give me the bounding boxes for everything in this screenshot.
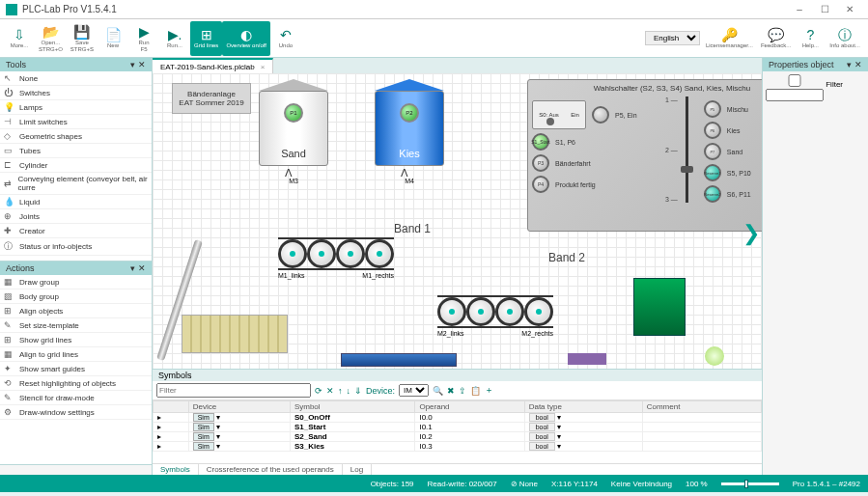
language-select[interactable]: English <box>645 31 700 45</box>
container-1[interactable] <box>182 315 288 353</box>
tool-geometric-shapes[interactable]: ◇Geometric shapes <box>0 129 152 144</box>
info-sign[interactable]: Bänderanlage EAT Sommer 2019 <box>172 83 251 114</box>
actions-panel-header[interactable]: Actions▾ ✕ <box>0 262 152 275</box>
action-show-grid-lines[interactable]: ⊞Show grid lines <box>0 333 152 347</box>
container-2[interactable] <box>341 353 457 367</box>
filter-input[interactable] <box>766 89 824 101</box>
find-icon[interactable]: 🔍 <box>433 386 443 396</box>
clear-icon[interactable]: ✖ <box>447 386 455 396</box>
silo-sand-button[interactable]: P1 <box>284 103 303 123</box>
symbols-tab-crossreference-of-th[interactable]: Crossreference of the used operands <box>199 464 343 475</box>
minimize-button[interactable]: – <box>787 1 812 18</box>
device-select[interactable]: IM <box>399 384 429 397</box>
add-icon[interactable]: ＋ <box>485 384 493 397</box>
properties-header[interactable]: Properties object▾ ✕ <box>763 58 868 71</box>
btn-p5-ein[interactable] <box>592 106 609 124</box>
toolbar-licensemanager-[interactable]: 🔑Licensemanager... <box>702 21 757 56</box>
refresh-icon[interactable]: ⟳ <box>315 386 322 396</box>
action-reset-highlighting-of-ob[interactable]: ⟲Reset highlighting of objects <box>0 376 152 391</box>
tool-status-or-info-objects[interactable]: ⓘStatus or info-objects <box>0 238 152 256</box>
filter-checkbox[interactable] <box>766 74 824 87</box>
silo-sand[interactable]: P1 Sand ᐱ M3 <box>259 79 328 184</box>
toolbar-feedback-[interactable]: 💬Feedback... <box>757 21 795 56</box>
toolbar-open-[interactable]: 📂Open...STRG+O <box>35 21 67 56</box>
tool-lamps[interactable]: 💡Lamps <box>0 100 152 115</box>
tool-tubes[interactable]: ▭Tubes <box>0 144 152 158</box>
down-icon[interactable]: ↓ <box>347 386 351 396</box>
action-show-smart-guides[interactable]: ✦Show smart guides <box>0 362 152 376</box>
symbols-tab-log[interactable]: Log <box>343 464 372 475</box>
panel-btn-P6[interactable]: P6 <box>704 122 721 139</box>
container-3[interactable] <box>568 353 606 365</box>
toolbar-run-[interactable]: ▶.Run... <box>159 21 190 56</box>
tool-limit-switches[interactable]: ⊣Limit switches <box>0 115 152 129</box>
symbol-row[interactable]: ▸Sim ▾S3_KiesI0.3bool ▾ <box>154 442 762 452</box>
panel-btn-Reserve1[interactable]: Reserve1 <box>704 164 721 181</box>
up-icon[interactable]: ↑ <box>338 386 343 396</box>
action-align-to-grid-lines[interactable]: ▦Align to grid lines <box>0 347 152 362</box>
symbol-row[interactable]: ▸Sim ▾S0_OnOffI0.0bool ▾ <box>154 413 762 423</box>
col-device[interactable]: Device <box>188 401 290 413</box>
col-data-type[interactable]: Data type <box>524 401 642 413</box>
toolbar-run[interactable]: ▶RunF5 <box>128 21 159 56</box>
tab-active[interactable]: EAT-2019-Sand-Kies.plclab × <box>153 58 273 73</box>
silo-kies[interactable]: P2 Kies ᐱ M4 <box>375 79 444 184</box>
close-button[interactable]: ✕ <box>837 1 862 18</box>
maximize-button[interactable]: ☐ <box>812 1 837 18</box>
tool-switches[interactable]: ⏻Switches <box>0 86 152 100</box>
export-icon[interactable]: ⇪ <box>459 386 466 396</box>
tool-none[interactable]: ↖None <box>0 71 152 86</box>
col-symbol[interactable]: Symbol <box>290 401 415 413</box>
action-body-group[interactable]: ▨Body group <box>0 289 152 304</box>
switch-s0[interactable]: S0: AusEin <box>532 100 586 129</box>
conveyor-1[interactable]: M1_linksM1_rechts <box>278 237 394 279</box>
col-operand[interactable]: Operand <box>415 401 524 413</box>
nav-right-arrow[interactable]: ❯ <box>742 221 760 246</box>
tool-liquid[interactable]: 💧Liquid <box>0 195 152 209</box>
action-draw-window-settings[interactable]: ⚙Draw-window settings <box>0 405 152 420</box>
canvas-area[interactable]: Bänderanlage EAT Sommer 2019 P1 Sand ᐱ M… <box>153 73 762 369</box>
silo-kies-button[interactable]: P2 <box>400 103 419 123</box>
toolbar-grid-lines[interactable]: ⊞Grid lines <box>190 21 222 56</box>
tool-joints[interactable]: ⊕Joints <box>0 209 152 224</box>
toolbar-new[interactable]: 📄New <box>98 21 128 56</box>
action-align-objects[interactable]: ⊞Align objects <box>0 304 152 318</box>
panel-btn-Reserve2[interactable]: Reserve2 <box>704 185 721 203</box>
panel-btn-S1_Start[interactable]: S1_Start <box>532 133 549 151</box>
panel-btn-P5[interactable]: P5 <box>704 100 721 118</box>
toolbar-undo[interactable]: ↶Undo <box>270 21 301 56</box>
panel-btn-P4[interactable]: P4 <box>532 176 549 193</box>
zoom-slider[interactable] <box>721 482 779 485</box>
toolbar-save[interactable]: 💾SaveSTRG+S <box>67 21 98 56</box>
tab-close-icon[interactable]: × <box>261 63 266 71</box>
toolbar-overview-on-off[interactable]: ◐Overview on/off <box>222 21 270 56</box>
col-[interactable] <box>154 401 189 413</box>
tools-panel-header[interactable]: Tools▾ ✕ <box>0 58 152 71</box>
symbols-filter-input[interactable] <box>156 383 311 398</box>
toolbar-more-[interactable]: ⇩More... <box>4 21 35 56</box>
tool-conveying-element-convey[interactable]: ⇄Conveying element (conveyor belt, air c… <box>0 173 152 195</box>
tool-cylinder[interactable]: ⊏Cylinder <box>0 158 152 173</box>
control-panel[interactable]: Wahlschalter (S2, S3, S4) Sand, Kies, Mi… <box>527 79 762 232</box>
panel-btn-P3[interactable]: P3 <box>532 154 549 172</box>
symbols-table[interactable]: DeviceSymbolOperandData typeComment▸Sim … <box>153 400 762 463</box>
import-icon[interactable]: ⇓ <box>354 386 362 396</box>
action-draw-group[interactable]: ▦Draw group <box>0 275 152 289</box>
symbols-header[interactable]: Symbols <box>153 370 762 381</box>
panel-btn-P7[interactable]: P7 <box>704 143 721 160</box>
symbol-row[interactable]: ▸Sim ▾S2_SandI0.2bool ▾ <box>154 432 762 442</box>
action-set-size-template[interactable]: ✎Set size-template <box>0 318 152 333</box>
container-4[interactable] <box>633 278 686 336</box>
symbol-row[interactable]: ▸Sim ▾S1_StartI0.1bool ▾ <box>154 423 762 432</box>
symbols-tab-symbols[interactable]: Symbols <box>153 464 199 475</box>
tool-creator[interactable]: ✚Creator <box>0 224 152 238</box>
conveyor-2[interactable]: M2_linksM2_rechts <box>437 295 553 337</box>
tool-input-objects[interactable]: ⇥Input-objects <box>0 256 152 261</box>
copy-icon[interactable]: 📋 <box>470 386 481 396</box>
toolbar-help-[interactable]: ?Help... <box>795 21 826 56</box>
selector-slider[interactable] <box>686 96 688 203</box>
round-object[interactable] <box>705 346 724 366</box>
toolbar-info-about-[interactable]: ⓘInfo about... <box>826 21 864 56</box>
action-stencil-for-draw-mode[interactable]: ✎Stencil for draw-mode <box>0 391 152 405</box>
col-comment[interactable]: Comment <box>642 401 761 413</box>
